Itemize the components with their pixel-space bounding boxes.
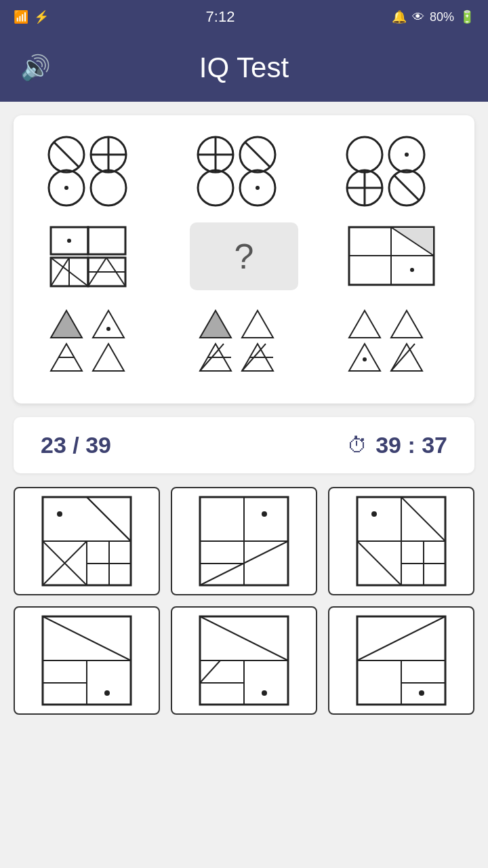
signal-icon: 📶 [14, 9, 28, 24]
answer-option-5[interactable] [171, 606, 317, 715]
svg-point-80 [371, 511, 377, 517]
svg-marker-56 [391, 311, 422, 338]
app-title: IQ Test [199, 52, 289, 84]
answers-grid [14, 487, 474, 715]
progress-text: 23 / 39 [41, 432, 111, 458]
svg-marker-41 [93, 311, 124, 338]
svg-rect-26 [88, 227, 125, 254]
svg-point-62 [57, 511, 62, 517]
pattern-grid: ? [27, 136, 461, 376]
svg-point-18 [405, 153, 409, 157]
svg-point-72 [262, 511, 267, 517]
svg-marker-38 [391, 227, 434, 256]
svg-point-13 [198, 170, 233, 205]
svg-point-15 [256, 186, 260, 190]
svg-marker-47 [200, 311, 231, 338]
pattern-cell-r1c2 [176, 136, 312, 207]
svg-line-28 [51, 258, 69, 286]
svg-line-82 [401, 497, 445, 541]
timer-icon: ⏱ [347, 434, 367, 457]
svg-line-64 [87, 497, 131, 541]
svg-line-86 [357, 541, 401, 585]
svg-marker-40 [51, 311, 82, 338]
svg-point-98 [262, 690, 267, 696]
svg-point-105 [419, 690, 424, 696]
app-bar: 🔊 IQ Test [0, 34, 488, 102]
pattern-cell-r1c3 [325, 136, 461, 207]
pattern-cell-r3c1 [27, 305, 163, 376]
usb-icon: ⚡ [34, 9, 49, 24]
pattern-cell-r3c2 [176, 305, 312, 376]
status-time: 7:12 [206, 8, 235, 26]
stats-bar: 23 / 39 ⏱ 39 : 37 [14, 417, 474, 473]
status-left: 📶 ⚡ [14, 9, 49, 24]
svg-marker-46 [93, 344, 124, 371]
svg-line-99 [200, 660, 220, 683]
battery-text: 80% [430, 10, 454, 24]
answer-option-3[interactable] [328, 487, 474, 595]
answer-option-6[interactable] [328, 606, 474, 715]
bell-icon: 🔔 [392, 9, 407, 24]
pattern-cell-r3c3 [325, 305, 461, 376]
svg-line-101 [357, 616, 445, 660]
svg-point-25 [67, 239, 71, 243]
pattern-cell-r2c1 [27, 220, 163, 292]
svg-point-6 [64, 186, 68, 190]
answer-option-1[interactable] [14, 487, 160, 595]
svg-line-12 [245, 142, 270, 167]
svg-point-16 [347, 137, 382, 172]
svg-point-7 [91, 170, 126, 205]
status-bar: 📶 ⚡ 7:12 🔔 👁 80% 🔋 [0, 0, 488, 34]
question-card: ? [14, 115, 474, 403]
pattern-cell-r2c2-question[interactable]: ? [176, 220, 312, 292]
answer-option-2[interactable] [171, 487, 317, 595]
svg-line-60 [391, 344, 415, 371]
eye-icon: 👁 [412, 10, 424, 24]
svg-line-88 [43, 616, 131, 660]
main-content: ? [0, 102, 488, 728]
svg-marker-48 [242, 311, 273, 338]
svg-point-92 [104, 690, 110, 696]
svg-line-94 [200, 616, 288, 660]
pattern-cell-r1c1 [27, 136, 163, 207]
svg-line-23 [394, 176, 419, 200]
status-right: 🔔 👁 80% 🔋 [392, 9, 474, 24]
svg-point-39 [410, 268, 414, 272]
svg-line-1 [54, 142, 79, 167]
timer-text: 39 : 37 [375, 432, 447, 458]
svg-line-45 [59, 344, 66, 357]
svg-point-58 [363, 357, 367, 361]
question-mark: ? [190, 222, 298, 290]
svg-point-42 [106, 327, 110, 331]
timer-section: ⏱ 39 : 37 [347, 432, 447, 458]
answer-option-4[interactable] [14, 606, 160, 715]
svg-marker-59 [391, 344, 422, 371]
sound-button[interactable]: 🔊 [20, 54, 51, 82]
svg-marker-55 [349, 311, 380, 338]
battery-icon: 🔋 [460, 9, 474, 24]
pattern-cell-r2c3 [325, 220, 461, 292]
